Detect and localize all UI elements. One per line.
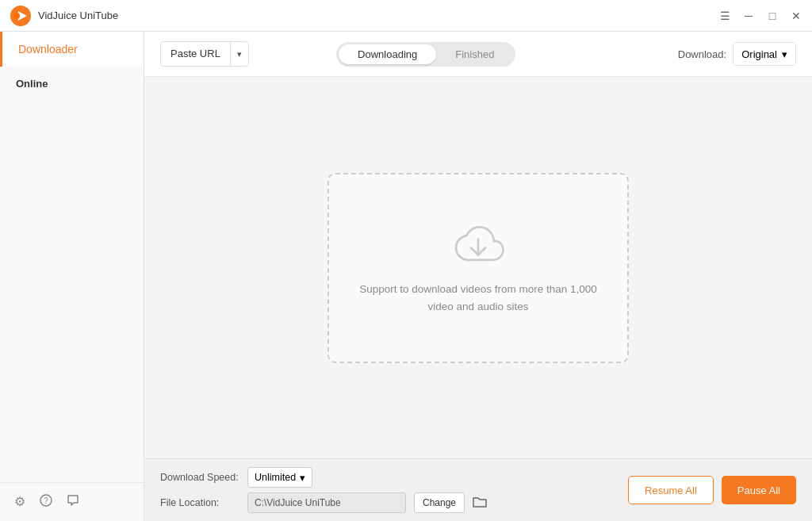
tab-finished[interactable]: Finished: [436, 44, 513, 64]
location-row: File Location: Change: [160, 492, 628, 513]
menu-button[interactable]: ☰: [718, 10, 731, 22]
cloud-download-icon: [450, 220, 507, 268]
speed-chevron-icon: ▾: [300, 472, 305, 484]
location-label: File Location:: [160, 497, 239, 508]
app-logo: VidJuice UniTube: [10, 5, 118, 27]
speed-label: Download Speed:: [160, 472, 239, 483]
close-button[interactable]: ✕: [790, 10, 802, 22]
svg-point-2: [13, 13, 20, 19]
help-icon[interactable]: ?: [40, 494, 52, 510]
quality-select[interactable]: Original ▾: [733, 42, 796, 66]
app-title: VidJuice UniTube: [38, 10, 118, 21]
app-body: Downloader Online ⚙ ? Paste UR: [0, 32, 812, 521]
window-controls: ☰ ─ □ ✕: [718, 10, 802, 22]
file-location-input[interactable]: [247, 492, 406, 513]
chat-icon[interactable]: [67, 494, 79, 510]
pause-all-button[interactable]: Pause All: [722, 476, 796, 504]
minimize-button[interactable]: ─: [742, 10, 755, 22]
bottom-main: Download Speed: Unlimited ▾ File Locatio…: [160, 467, 796, 513]
sidebar-section-online: Online: [0, 67, 144, 96]
drop-zone: Support to download videos from more tha…: [327, 173, 629, 363]
speed-value: Unlimited: [255, 472, 296, 483]
sidebar-bottom: ⚙ ?: [0, 482, 144, 521]
sidebar-item-downloader[interactable]: Downloader: [0, 32, 144, 67]
speed-row: Download Speed: Unlimited ▾: [160, 467, 628, 488]
bottom-actions: Resume All Pause All: [628, 476, 796, 504]
toolbar: Paste URL ▾ Downloading Finished Downloa…: [144, 32, 812, 77]
sidebar: Downloader Online ⚙ ?: [0, 32, 144, 521]
quality-value: Original: [741, 48, 777, 60]
speed-select[interactable]: Unlimited ▾: [247, 467, 312, 488]
download-quality: Download: Original ▾: [678, 42, 796, 66]
svg-text:?: ?: [44, 496, 48, 505]
resume-all-button[interactable]: Resume All: [628, 476, 714, 504]
maximize-button[interactable]: □: [766, 10, 779, 22]
bottom-left: Download Speed: Unlimited ▾ File Locatio…: [160, 467, 628, 513]
paste-url-button[interactable]: Paste URL ▾: [160, 41, 249, 67]
drop-zone-text: Support to download videos from more tha…: [359, 281, 596, 315]
paste-url-label: Paste URL: [161, 41, 230, 67]
settings-icon[interactable]: ⚙: [14, 494, 25, 510]
logo-icon: [10, 5, 32, 27]
title-bar: VidJuice UniTube ☰ ─ □ ✕: [0, 0, 812, 32]
toggle-tabs: Downloading Finished: [336, 42, 515, 67]
quality-chevron-icon: ▾: [782, 48, 787, 60]
main-content: Paste URL ▾ Downloading Finished Downloa…: [144, 32, 812, 521]
drop-zone-area: Support to download videos from more tha…: [144, 77, 812, 458]
bottom-bar: Download Speed: Unlimited ▾ File Locatio…: [144, 458, 812, 521]
folder-icon[interactable]: [473, 496, 487, 511]
change-button[interactable]: Change: [414, 492, 465, 513]
download-label: Download:: [678, 48, 726, 60]
paste-url-chevron-icon[interactable]: ▾: [231, 49, 248, 59]
tab-downloading[interactable]: Downloading: [339, 44, 436, 64]
